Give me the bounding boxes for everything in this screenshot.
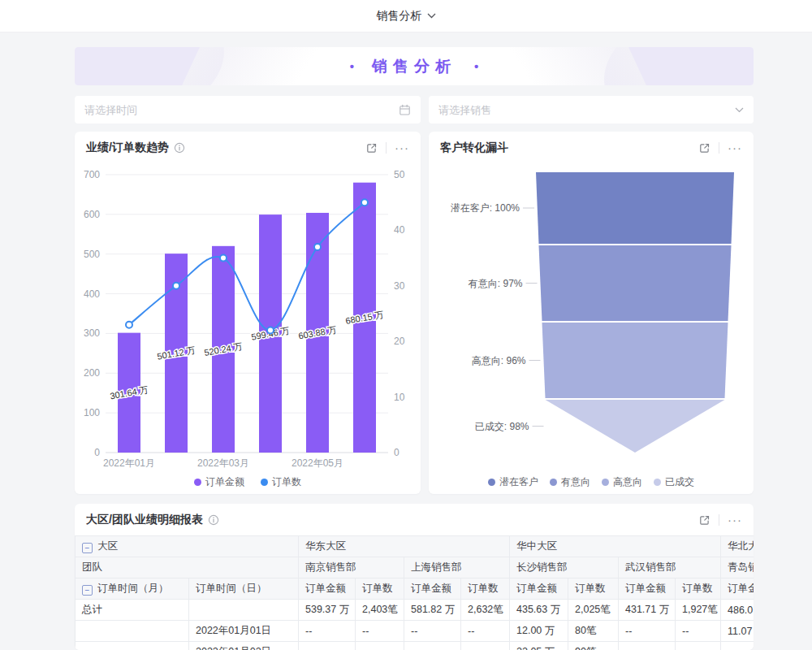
trend-card-title-text: 业绩/订单数趋势: [86, 141, 169, 155]
legend-item[interactable]: 已成交: [654, 475, 694, 489]
funnel-stage-4[interactable]: [546, 400, 725, 453]
topbar: 销售分析: [0, 0, 812, 32]
more-menu-icon[interactable]: ···: [395, 144, 409, 152]
team-corner: 团队: [76, 557, 299, 578]
measure-header: 订单金额: [404, 578, 461, 600]
measure-header: 订单数: [356, 578, 404, 600]
value-cell-text: --: [468, 626, 474, 637]
month-cell: [76, 621, 189, 642]
order-count-line[interactable]: [129, 202, 365, 330]
legend-label: 有意向: [561, 475, 590, 489]
region-corner: −大区: [76, 536, 299, 557]
legend-item[interactable]: 订单数: [261, 475, 301, 489]
right-axis-tick-label: 40: [394, 224, 405, 236]
export-icon[interactable]: [365, 142, 378, 154]
value-cell: 2,632笔: [461, 600, 510, 621]
region-header-text: 华中大区: [516, 540, 557, 552]
line-point-5[interactable]: [314, 244, 321, 250]
line-point-6[interactable]: [361, 199, 368, 206]
more-menu-icon[interactable]: ···: [728, 144, 742, 152]
value-cell-text: 2,403笔: [362, 604, 398, 615]
month-cell-text: 总计: [82, 604, 102, 615]
dashboard-switcher[interactable]: 销售分析: [377, 9, 436, 24]
legend-label: 高意向: [613, 475, 642, 489]
info-icon[interactable]: [208, 514, 219, 526]
region-header: 华中大区: [510, 536, 721, 557]
value-cell: [721, 642, 754, 650]
card-header: 大区/团队业绩明细报表 ···: [75, 504, 754, 536]
value-cell-text: 435.63 万: [516, 604, 560, 615]
measure-header: 订单金额: [510, 578, 568, 600]
value-cell: 80笔: [568, 621, 619, 642]
sales-filter[interactable]: [429, 96, 754, 124]
legend-item[interactable]: 有意向: [550, 475, 590, 489]
time-filter-input[interactable]: [84, 104, 399, 116]
team-header-text: 上海销售部: [411, 561, 462, 573]
legend-label: 订单数: [272, 475, 301, 489]
value-cell-text: --: [625, 647, 632, 650]
funnel-stage-3[interactable]: [542, 323, 728, 398]
value-cell: 22.05 万: [510, 642, 568, 650]
region-header-text: 华东大区: [305, 540, 346, 552]
x-axis-label: 2022年01月: [103, 457, 155, 469]
funnel-stage-2[interactable]: [539, 245, 732, 321]
funnel-stage-1[interactable]: [536, 172, 734, 244]
time-filter[interactable]: [75, 96, 421, 124]
legend-item[interactable]: 潜在客户: [488, 475, 538, 489]
region-corner-text: 大区: [97, 540, 118, 552]
team-header: 长沙销售部: [510, 557, 619, 578]
legend-item[interactable]: 订单金额: [194, 475, 244, 489]
info-icon[interactable]: [174, 142, 185, 154]
legend-item[interactable]: 高意向: [602, 475, 642, 489]
line-point-2[interactable]: [173, 283, 179, 289]
right-axis-tick-label: 50: [394, 169, 405, 180]
sales-filter-input[interactable]: [438, 104, 735, 116]
legend-dot-icon: [654, 479, 661, 486]
card-title: 大区/团队业绩明细报表: [86, 513, 219, 527]
right-axis-tick-label: 10: [394, 392, 405, 403]
table-row: 2022年01月01日--------12.00 万80笔----11.07: [76, 621, 754, 642]
month-corner: −订单时间（月）: [76, 578, 189, 600]
table-row: 团队南京销售部上海销售部长沙销售部武汉销售部青岛销: [76, 557, 754, 578]
calendar-icon[interactable]: [399, 104, 411, 116]
table-row: 总计539.37 万2,403笔581.82 万2,632笔435.63 万2,…: [76, 600, 754, 621]
measure-header: 订单金: [721, 578, 754, 600]
line-point-1[interactable]: [126, 322, 132, 328]
left-axis-tick-label: 500: [84, 249, 100, 260]
value-cell: --: [356, 621, 404, 642]
left-axis-tick-label: 400: [84, 288, 100, 300]
left-axis-tick-label: 300: [84, 327, 100, 339]
x-axis-label: 2022年03月: [197, 457, 249, 469]
divider: [719, 514, 719, 526]
more-menu-icon[interactable]: ···: [728, 516, 742, 524]
topbar-title: 销售分析: [377, 9, 422, 24]
funnel-card-title-text: 客户转化漏斗: [440, 141, 508, 155]
table-row: −大区华东大区华中大区华北大: [76, 536, 754, 557]
x-axis-label: 2022年05月: [292, 457, 343, 469]
region-header-text: 华北大: [728, 540, 754, 552]
value-cell: --: [619, 642, 676, 650]
title-dot-left: •: [350, 59, 354, 73]
value-cell: 581.82 万: [404, 600, 461, 621]
collapse-icon[interactable]: −: [82, 585, 93, 596]
line-point-3[interactable]: [220, 255, 227, 262]
value-cell: 486.0: [721, 600, 754, 621]
line-point-4[interactable]: [267, 327, 274, 334]
value-cell: --: [461, 642, 510, 650]
legend-label: 潜在客户: [499, 475, 538, 489]
day-cell-text: 2022年01月01日: [196, 625, 271, 636]
legend-dot-icon: [261, 479, 268, 486]
export-icon[interactable]: [698, 142, 710, 154]
value-cell: --: [404, 642, 461, 650]
report-card-title-text: 大区/团队业绩明细报表: [86, 513, 203, 527]
trend-legend: 订单金额订单数: [75, 474, 421, 489]
legend-dot-icon: [488, 479, 495, 486]
export-icon[interactable]: [698, 514, 710, 526]
chevron-down-icon[interactable]: [735, 107, 744, 113]
collapse-icon[interactable]: −: [82, 543, 93, 553]
value-cell-text: 581.82 万: [411, 604, 455, 615]
funnel-legend: 潜在客户有意向高意向已成交: [429, 474, 754, 489]
measure-header: 订单金额: [619, 578, 676, 600]
measure-header: 订单金额: [299, 578, 356, 600]
day-cell-text: 2022年01月02日: [196, 646, 271, 650]
